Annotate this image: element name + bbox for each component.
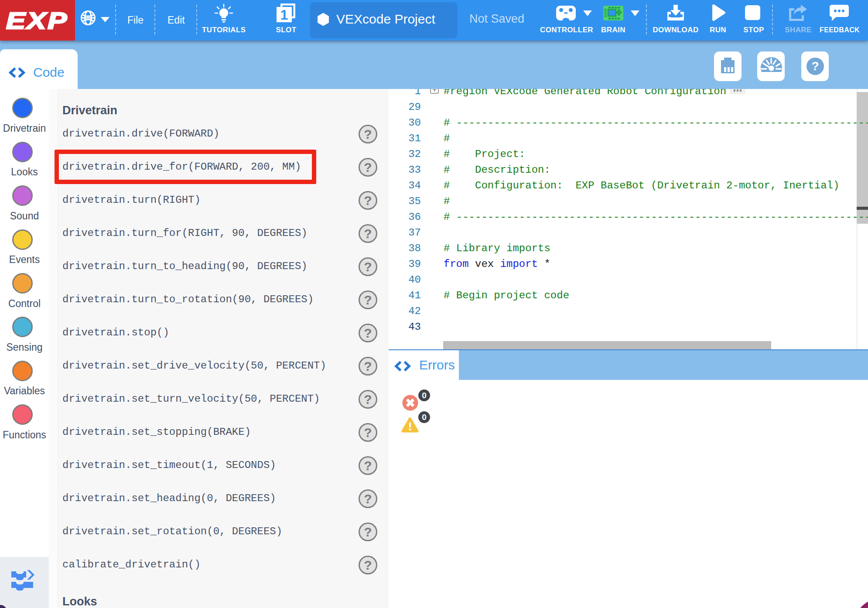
svg-text:1: 1 — [280, 7, 288, 23]
svg-text:?: ? — [811, 59, 819, 73]
